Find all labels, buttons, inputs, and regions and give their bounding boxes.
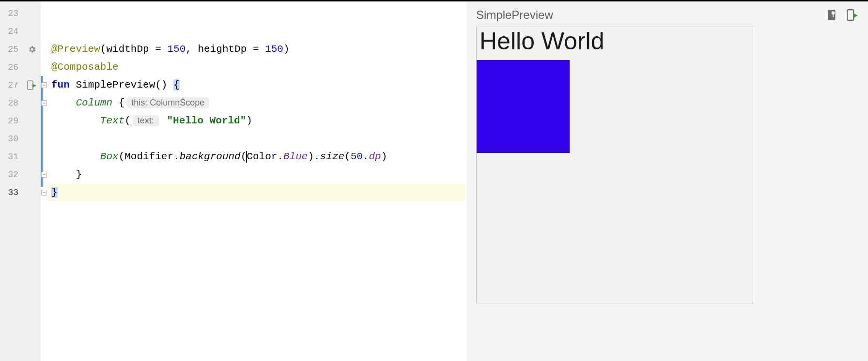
compose-preview-pane: SimplePreview Hello World <box>466 1 868 361</box>
code-line[interactable]: Text(text: "Hello World") <box>47 112 465 130</box>
line-number: 32 <box>0 165 23 183</box>
code-line[interactable] <box>47 22 465 40</box>
matched-brace: { <box>173 79 180 90</box>
svg-marker-1 <box>32 84 36 88</box>
ide-root: 23 24 25 26 27 28 29 30 31 32 33 <box>0 0 868 361</box>
matched-brace: } <box>51 187 58 198</box>
line-number: 28 <box>0 94 23 112</box>
svg-point-3 <box>832 11 835 15</box>
code-text-area[interactable]: @Preview(widthDp = 150, heightDp = 150) … <box>47 1 465 361</box>
change-marker <box>41 76 43 187</box>
inline-hint: text: <box>133 115 159 126</box>
code-line[interactable] <box>47 4 465 22</box>
code-line[interactable]: @Preview(widthDp = 150, heightDp = 150) <box>47 40 465 58</box>
svg-marker-5 <box>853 13 858 18</box>
rendered-text: Hello World <box>480 27 604 55</box>
inline-hint: this: ColumnScope <box>126 97 209 108</box>
run-gutter-icon[interactable] <box>23 76 41 94</box>
interactive-preview-icon[interactable] <box>826 9 839 21</box>
line-number: 29 <box>0 112 23 130</box>
preview-header: SimplePreview <box>476 8 858 22</box>
code-line[interactable]: Box(Modifier.background(Color.Blue).size… <box>47 148 465 165</box>
line-number: 24 <box>0 22 23 40</box>
preview-title: SimplePreview <box>476 8 553 22</box>
line-number: 23 <box>0 4 23 22</box>
gutter-icon-column <box>23 1 41 361</box>
preview-canvas[interactable]: Hello World <box>476 27 753 303</box>
line-number: 31 <box>0 148 23 165</box>
fold-toggle-icon[interactable] <box>41 82 47 88</box>
settings-gutter-icon[interactable] <box>23 40 41 58</box>
code-line[interactable]: Column {this: ColumnScope <box>47 94 465 112</box>
code-line[interactable] <box>47 130 465 148</box>
deploy-preview-icon[interactable] <box>846 9 858 21</box>
code-editor[interactable]: 23 24 25 26 27 28 29 30 31 32 33 <box>0 1 465 361</box>
line-number: 27 <box>0 76 23 94</box>
fold-toggle-icon[interactable] <box>41 190 47 196</box>
code-line[interactable]: } <box>47 165 465 183</box>
svg-rect-4 <box>847 10 853 20</box>
fold-column <box>41 1 47 361</box>
svg-rect-0 <box>28 81 33 90</box>
fold-toggle-icon[interactable] <box>41 100 47 106</box>
line-number: 26 <box>0 58 23 76</box>
rendered-box <box>477 60 570 153</box>
line-number: 25 <box>0 40 23 58</box>
line-number-gutter: 23 24 25 26 27 28 29 30 31 32 33 <box>0 1 23 361</box>
line-number: 30 <box>0 130 23 148</box>
code-line[interactable]: @Composable <box>47 58 465 76</box>
code-line[interactable]: } <box>47 183 465 201</box>
line-number: 33 <box>0 183 23 201</box>
code-line[interactable]: fun SimplePreview() { <box>47 76 465 94</box>
svg-rect-2 <box>828 10 835 20</box>
fold-toggle-icon[interactable] <box>41 172 47 178</box>
